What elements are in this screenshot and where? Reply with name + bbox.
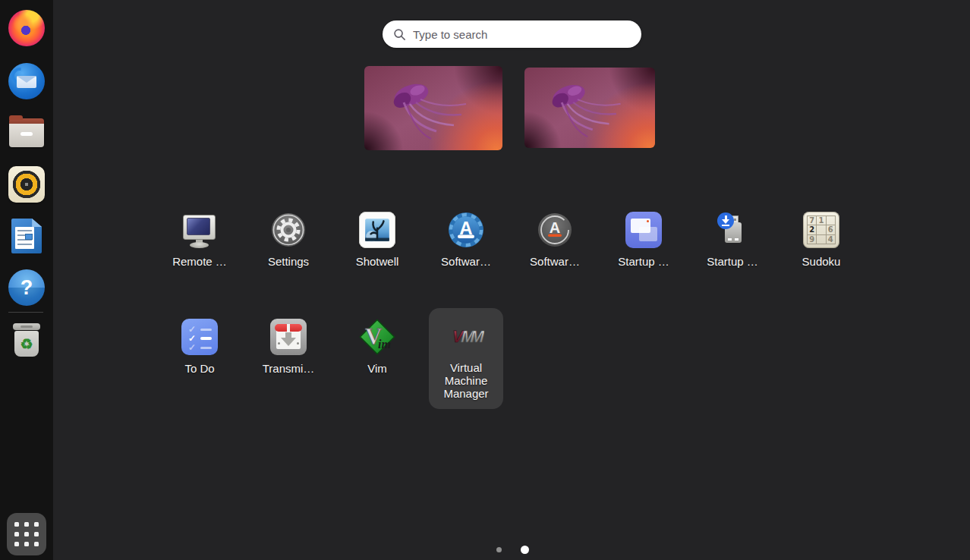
dock-item-libreoffice-writer[interactable] <box>8 218 45 254</box>
app-label: Startup … <box>707 255 758 268</box>
todo-icon: ✓ ✓ ✓ <box>181 319 218 355</box>
rhythmbox-speaker-icon <box>8 166 45 203</box>
app-label: Startup … <box>618 255 669 268</box>
app-startup-applications[interactable]: Startup … <box>606 202 681 277</box>
dock-item-rhythmbox[interactable] <box>8 166 45 203</box>
app-settings[interactable]: Settings <box>251 202 326 277</box>
app-label: Settings <box>268 255 309 268</box>
app-label: Remote … <box>172 255 227 268</box>
app-label: Transmi… <box>263 362 315 375</box>
software-updates-letter: A <box>550 219 560 236</box>
app-transmission[interactable]: Transmi… <box>251 309 326 384</box>
software-icon: A <box>448 212 484 248</box>
page-dot-2-active[interactable] <box>521 546 529 554</box>
search-bar[interactable] <box>383 20 641 48</box>
files-folder-icon <box>9 118 44 147</box>
help-icon: ? <box>8 269 45 306</box>
shotwell-icon <box>359 212 395 248</box>
software-letter: A <box>459 218 472 238</box>
dock-divider <box>8 312 43 313</box>
startup-disk-creator-icon <box>714 212 751 248</box>
virtual-machine-manager-icon: V M M <box>448 318 484 354</box>
jellyfish-wallpaper <box>524 68 655 148</box>
dock-item-files[interactable] <box>8 115 45 151</box>
firefox-icon <box>8 10 45 46</box>
show-apps-grid-icon <box>14 522 39 546</box>
app-virtual-machine-manager[interactable]: V M M Virtual Machine Manager <box>429 308 503 409</box>
dock-item-trash[interactable]: ♻ <box>8 322 45 359</box>
dock-item-help[interactable]: ? <box>8 269 45 306</box>
vim-icon: V im <box>359 319 395 355</box>
search-icon <box>393 28 406 41</box>
app-vim[interactable]: V im Vim <box>340 309 414 384</box>
transmission-icon <box>270 319 307 355</box>
app-remote-desktop[interactable]: Remote … <box>162 202 237 277</box>
download-badge-icon <box>717 212 734 229</box>
app-label: Vim <box>367 362 387 375</box>
show-apps-button[interactable] <box>7 513 46 555</box>
app-sudoku[interactable]: 71 26 94 Sudoku <box>784 202 858 277</box>
thunderbird-icon <box>8 63 45 99</box>
app-label: Softwar… <box>441 255 491 268</box>
trash-icon: ♻ <box>11 323 42 358</box>
app-todo[interactable]: ✓ ✓ ✓ To Do <box>162 309 237 384</box>
jellyfish-wallpaper <box>364 66 502 150</box>
startup-applications-icon <box>625 212 662 248</box>
question-mark-glyph: ? <box>20 276 33 300</box>
vim-im-glyph: im <box>378 338 391 351</box>
search-input[interactable] <box>413 28 631 41</box>
app-software-updates[interactable]: A Softwar… <box>518 202 592 277</box>
app-software[interactable]: A Softwar… <box>429 202 503 277</box>
app-label: Sudoku <box>802 255 841 268</box>
app-startup-disk-creator[interactable]: Startup … <box>695 202 770 277</box>
dock-item-firefox[interactable] <box>8 10 45 46</box>
settings-gear-icon <box>270 212 307 248</box>
app-label: To Do <box>184 362 214 375</box>
libreoffice-writer-icon <box>11 219 42 253</box>
recycle-glyph: ♻ <box>20 335 33 353</box>
activities-overview: ? ♻ <box>0 0 970 560</box>
app-label: Virtual Machine Manager <box>430 361 502 400</box>
sudoku-grid: 71 26 94 <box>807 216 836 244</box>
workspace-thumbnail-2[interactable] <box>524 68 655 148</box>
app-shotwell[interactable]: Shotwell <box>340 202 414 277</box>
app-label: Softwar… <box>530 255 580 268</box>
remote-desktop-icon <box>181 212 218 248</box>
sudoku-icon: 71 26 94 <box>803 212 839 248</box>
software-updates-icon: A <box>537 212 573 248</box>
dock-item-thunderbird[interactable] <box>8 63 45 99</box>
page-dot-1[interactable] <box>496 547 502 552</box>
app-label: Shotwell <box>356 255 399 268</box>
dock: ? ♻ <box>0 0 53 560</box>
workspace-thumbnail-1[interactable] <box>364 66 502 150</box>
